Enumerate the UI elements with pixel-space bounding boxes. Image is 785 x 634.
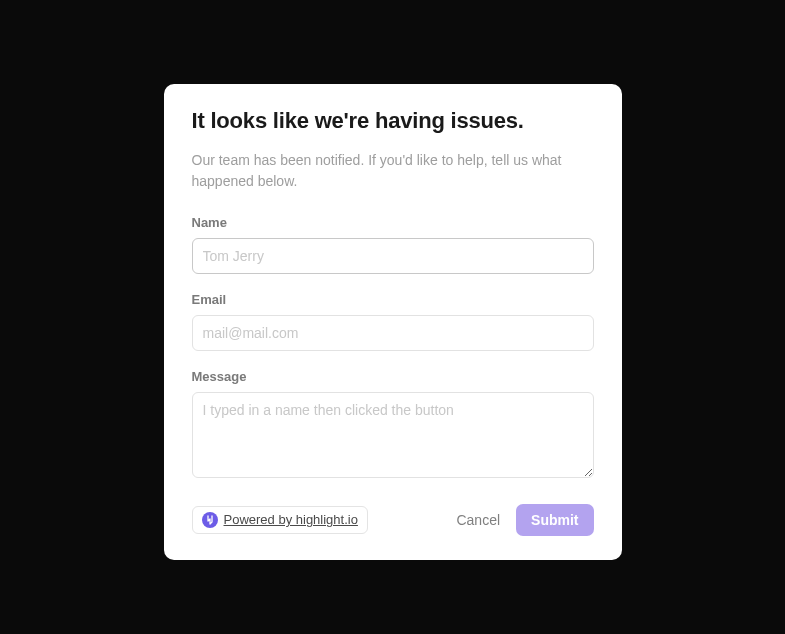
message-field-group: Message [192, 369, 594, 482]
powered-by-text: Powered by highlight.io [224, 512, 358, 527]
email-label: Email [192, 292, 594, 307]
modal-footer: Powered by highlight.io Cancel Submit [192, 504, 594, 536]
message-input[interactable] [192, 392, 594, 478]
message-label: Message [192, 369, 594, 384]
name-field-group: Name [192, 215, 594, 274]
name-label: Name [192, 215, 594, 230]
error-report-modal: It looks like we're having issues. Our t… [164, 84, 622, 560]
modal-title: It looks like we're having issues. [192, 108, 594, 134]
modal-subtitle: Our team has been notified. If you'd lik… [192, 150, 594, 191]
name-input[interactable] [192, 238, 594, 274]
submit-button[interactable]: Submit [516, 504, 593, 536]
cancel-button[interactable]: Cancel [454, 506, 502, 534]
email-field-group: Email [192, 292, 594, 351]
email-input[interactable] [192, 315, 594, 351]
action-buttons: Cancel Submit [454, 504, 593, 536]
highlight-logo-icon [202, 512, 218, 528]
powered-by-link[interactable]: Powered by highlight.io [192, 506, 368, 534]
